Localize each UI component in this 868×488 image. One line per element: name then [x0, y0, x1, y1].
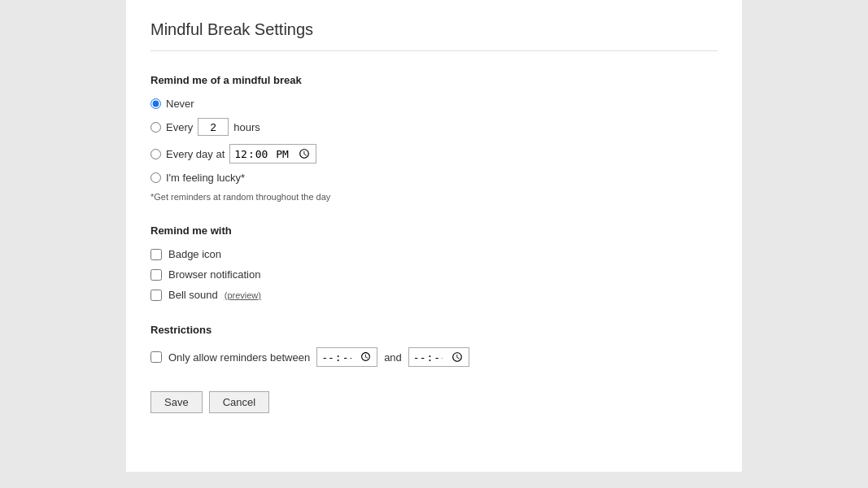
- remind-everyday-radio[interactable]: [150, 149, 161, 159]
- bell-sound-label: Bell sound: [168, 289, 218, 301]
- restrictions-and-label: and: [384, 351, 402, 364]
- remind-lucky-radio[interactable]: [150, 172, 161, 183]
- bell-sound-checkbox[interactable]: [150, 290, 162, 301]
- remind-lucky-row[interactable]: I'm feeling lucky*: [150, 172, 718, 184]
- remind-every-hours-input[interactable]: [198, 118, 229, 136]
- restrictions-checkbox[interactable]: [150, 351, 162, 363]
- remind-every-label-after: hours: [233, 121, 260, 133]
- restrictions-title: Restrictions: [150, 324, 718, 336]
- restrictions-end-time[interactable]: [408, 347, 469, 367]
- remind-never-radio[interactable]: [150, 98, 161, 109]
- cancel-button[interactable]: Cancel: [209, 391, 269, 413]
- remind-with-checkbox-group: Badge icon Browser notification Bell sou…: [150, 248, 718, 301]
- page-title: Mindful Break Settings: [150, 20, 718, 39]
- save-button[interactable]: Save: [150, 391, 203, 413]
- remind-with-section: Remind me with Badge icon Browser notifi…: [150, 224, 718, 301]
- badge-icon-label: Badge icon: [168, 248, 221, 260]
- restrictions-label: Only allow reminders between: [168, 351, 310, 364]
- browser-notification-checkbox[interactable]: [150, 269, 162, 281]
- browser-notification-row[interactable]: Browser notification: [150, 268, 718, 281]
- restrictions-start-time[interactable]: [316, 347, 377, 367]
- remind-every-label-before: Every: [166, 121, 193, 133]
- divider: [150, 50, 718, 51]
- remind-every-row[interactable]: Every hours: [150, 118, 718, 136]
- remind-never-row[interactable]: Never: [150, 98, 718, 110]
- browser-notification-label: Browser notification: [168, 268, 260, 281]
- button-row: Save Cancel: [150, 391, 718, 413]
- restrictions-row: Only allow reminders between and: [150, 347, 718, 367]
- bell-sound-row[interactable]: Bell sound (preview): [150, 289, 718, 301]
- remind-break-section: Remind me of a mindful break Never Every…: [150, 74, 718, 202]
- remind-everyday-time-input[interactable]: [229, 144, 316, 163]
- remind-everyday-row[interactable]: Every day at: [150, 144, 718, 163]
- remind-lucky-label: I'm feeling lucky*: [166, 172, 245, 184]
- remind-break-radio-group: Never Every hours Every day at: [150, 98, 718, 184]
- remind-everyday-label: Every day at: [166, 148, 225, 160]
- remind-break-hint: *Get reminders at random throughout the …: [150, 192, 718, 202]
- badge-icon-checkbox[interactable]: [150, 249, 162, 260]
- remind-every-radio[interactable]: [150, 122, 161, 133]
- remind-never-label: Never: [166, 98, 194, 110]
- badge-icon-row[interactable]: Badge icon: [150, 248, 718, 260]
- restrictions-section: Restrictions Only allow reminders betwee…: [150, 324, 718, 367]
- remind-with-title: Remind me with: [150, 224, 718, 237]
- remind-break-title: Remind me of a mindful break: [150, 74, 718, 86]
- preview-link[interactable]: (preview): [225, 290, 261, 300]
- page-wrapper: Mindful Break Settings Remind me of a mi…: [0, 0, 868, 488]
- settings-panel: Mindful Break Settings Remind me of a mi…: [126, 0, 742, 472]
